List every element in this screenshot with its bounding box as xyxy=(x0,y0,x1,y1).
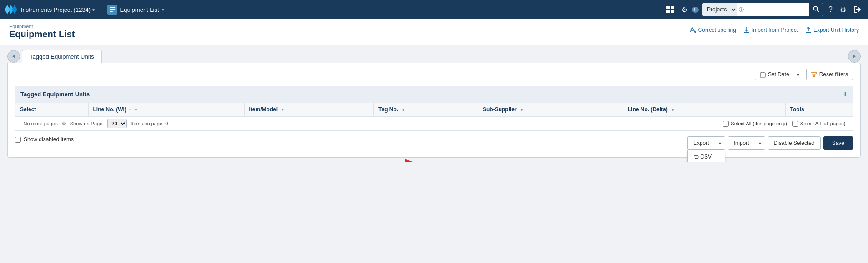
items-on-page: Items on page: 0 xyxy=(131,121,168,126)
logo-icon xyxy=(5,5,17,14)
search-input[interactable] xyxy=(746,3,809,16)
col-sub-supplier: Sub-Supplier ▼ xyxy=(478,103,623,116)
svg-rect-6 xyxy=(666,6,670,9)
nav-right: ⚙ 0 Projects ⓘ ? ⚙ xyxy=(664,3,863,16)
top-navigation: Instruments Project (1234) ▾ | Equipment… xyxy=(0,0,868,19)
col-tools: Tools xyxy=(785,103,853,116)
svg-rect-3 xyxy=(110,7,115,8)
col-select: Select xyxy=(15,103,89,116)
import-split-button: Import ▾ xyxy=(728,136,765,150)
select-all-all-pages-checkbox[interactable] xyxy=(792,121,798,127)
svg-rect-9 xyxy=(671,10,674,13)
filter-icon-line-no[interactable]: ▼ xyxy=(134,107,138,112)
nav-project-chevron: ▾ xyxy=(92,7,95,12)
svg-marker-2 xyxy=(12,5,17,14)
set-date-wrap: Set Date ▾ xyxy=(755,69,802,80)
search-box[interactable]: Projects ⓘ xyxy=(702,3,823,16)
no-more-pages: No more pages xyxy=(24,121,58,126)
disable-selected-button[interactable]: Disable Selected xyxy=(768,136,821,150)
search-select[interactable]: Projects xyxy=(702,3,737,16)
filter-icon-item-model[interactable]: ▼ xyxy=(281,107,285,112)
tab-nav-left[interactable] xyxy=(7,50,20,63)
import-caret-button[interactable]: ▾ xyxy=(755,137,765,149)
tab-label: Tagged Equipment Units xyxy=(30,53,94,60)
settings-icon-button[interactable]: ⚙ xyxy=(838,4,848,16)
set-date-label: Set Date xyxy=(768,71,789,78)
select-all-this-page-label[interactable]: Select All (this page only) xyxy=(723,121,787,127)
gear-settings-icon[interactable]: ⚙ xyxy=(61,120,66,127)
export-main-button[interactable]: Export xyxy=(688,137,715,149)
import-main-button[interactable]: Import xyxy=(728,137,755,149)
set-date-caret-button[interactable]: ▾ xyxy=(794,69,802,80)
col-line-no-wi: Line No. (WI) ↑ ▼ xyxy=(88,103,244,116)
nav-project-label: Instruments Project (1234) xyxy=(21,6,91,13)
gear-badge-wrap[interactable]: ⚙ 0 xyxy=(680,4,699,16)
import-from-project-label: Import from Project xyxy=(752,27,798,33)
filter-icon-sub-supplier[interactable]: ▼ xyxy=(520,107,524,112)
table-section-title: Tagged Equipment Units xyxy=(20,91,90,98)
save-button[interactable]: Save xyxy=(823,136,853,150)
nav-eq-list[interactable]: Equipment List ▾ xyxy=(107,5,164,15)
arrow-indicator xyxy=(370,157,424,162)
svg-rect-15 xyxy=(806,32,811,33)
svg-rect-18 xyxy=(760,73,765,77)
help-icon-button[interactable]: ? xyxy=(827,4,834,15)
table-section-header: Tagged Equipment Units + xyxy=(15,86,853,103)
content-panel: Set Date ▾ Reset filters Tagged Equipmen… xyxy=(7,63,861,158)
tab-nav-right[interactable] xyxy=(848,50,861,63)
reset-filters-button[interactable]: Reset filters xyxy=(806,69,853,80)
correct-spelling-label: Correct spelling xyxy=(698,27,736,33)
nav-project[interactable]: Instruments Project (1234) ▾ xyxy=(21,6,95,13)
svg-rect-7 xyxy=(671,6,674,9)
export-split-button: Export ▾ xyxy=(687,136,725,150)
svg-marker-16 xyxy=(12,55,15,58)
tab-container: Tagged Equipment Units xyxy=(7,50,861,63)
set-date-button[interactable]: Set Date xyxy=(755,69,794,80)
export-unit-history-button[interactable]: Export Unit History xyxy=(805,27,859,33)
nav-eq-list-chevron: ▾ xyxy=(162,7,164,12)
show-disabled-checkbox[interactable] xyxy=(15,137,21,143)
nav-separator: | xyxy=(100,6,101,13)
import-from-project-button[interactable]: Import from Project xyxy=(743,27,798,33)
svg-line-11 xyxy=(817,10,819,12)
filter-icon-tag-no[interactable]: ▼ xyxy=(401,107,406,112)
export-unit-history-label: Export Unit History xyxy=(813,27,859,33)
logout-icon-button[interactable] xyxy=(852,4,863,15)
page-size-select[interactable]: 20 xyxy=(107,119,127,128)
search-button[interactable] xyxy=(809,3,823,16)
sort-icon-line-no[interactable]: ↑ xyxy=(129,108,131,112)
bottom-right-buttons: Export ▾ to CSV to Excel xyxy=(687,136,853,150)
export-to-csv[interactable]: to CSV xyxy=(688,150,725,162)
svg-marker-17 xyxy=(853,55,856,58)
bottom-row: Show disabled items Export ▾ to CSV xyxy=(15,136,853,150)
info-icon: ⓘ xyxy=(737,6,746,13)
correct-spelling-button[interactable]: Correct spelling xyxy=(689,27,736,33)
nav-eq-list-label: Equipment List xyxy=(120,6,159,13)
tab-tagged-equipment-units[interactable]: Tagged Equipment Units xyxy=(22,50,102,63)
show-disabled-items-label[interactable]: Show disabled items xyxy=(15,136,74,143)
svg-marker-22 xyxy=(812,73,817,77)
gear-icon[interactable]: ⚙ xyxy=(680,4,690,16)
data-table: Select Line No. (WI) ↑ ▼ Item/Model ▼ Ta… xyxy=(15,103,853,131)
select-all-this-page-checkbox[interactable] xyxy=(723,121,729,127)
pagination-row: No more pages ⚙ Show on Page: 20 Items o… xyxy=(15,116,853,131)
col-item-model: Item/Model ▼ xyxy=(244,103,374,116)
page-header-actions: Correct spelling Import from Project Exp… xyxy=(689,27,859,33)
svg-rect-5 xyxy=(110,11,113,12)
nav-logo[interactable] xyxy=(5,5,17,14)
gear-badge: 0 xyxy=(692,7,699,13)
svg-rect-8 xyxy=(666,10,670,13)
add-row-button[interactable]: + xyxy=(843,89,848,99)
show-on-page-label: Show on Page: xyxy=(70,121,104,126)
svg-rect-4 xyxy=(110,9,115,10)
export-dropdown: to CSV to Excel xyxy=(687,150,725,162)
select-all-wrap: Select All (this page only) Select All (… xyxy=(723,121,845,127)
export-caret-button[interactable]: ▾ xyxy=(715,137,725,149)
toolbar-row: Set Date ▾ Reset filters xyxy=(15,69,853,80)
main-area: Tagged Equipment Units Set Date ▾ Reset … xyxy=(0,45,868,162)
select-all-all-pages-label[interactable]: Select All (all pages) xyxy=(792,121,846,127)
filter-icon-line-no-delta[interactable]: ▼ xyxy=(671,107,675,112)
col-tag-no: Tag No. ▼ xyxy=(374,103,478,116)
col-line-no-delta: Line No. (Delta) ▼ xyxy=(623,103,785,116)
grid-icon-button[interactable] xyxy=(664,4,676,15)
